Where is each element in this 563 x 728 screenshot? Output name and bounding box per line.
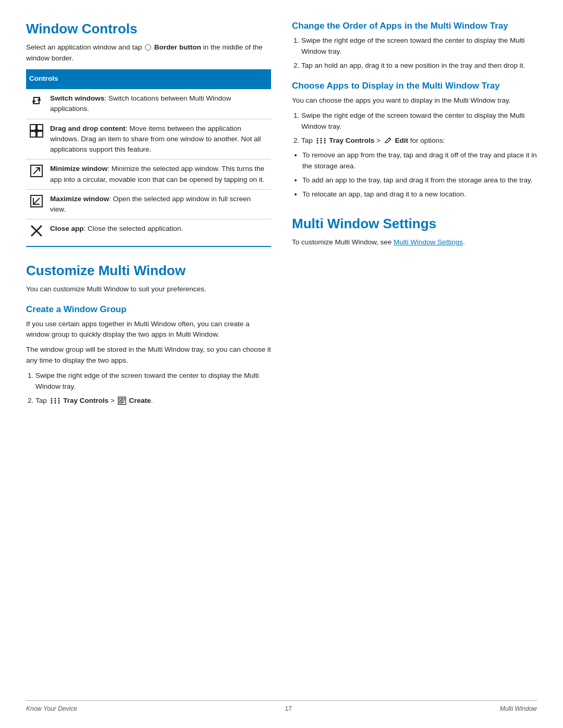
table-row: Minimize window: Minimize the selected a…: [26, 159, 271, 190]
svg-point-31: [324, 140, 325, 141]
svg-rect-22: [123, 399, 125, 401]
switch-icon-cell: [26, 89, 47, 119]
svg-point-14: [51, 400, 52, 402]
svg-point-17: [51, 402, 52, 404]
create-icon: [117, 397, 129, 404]
maximize-window-desc: Maximize window: Open the selected app w…: [47, 189, 271, 219]
table-row: Maximize window: Open the selected app w…: [26, 189, 271, 219]
minimize-icon-cell: [26, 159, 47, 190]
customize-intro: You can customize Multi Window to suit y…: [26, 284, 271, 295]
create-group-p1: If you use certain apps together in Mult…: [26, 319, 271, 341]
right-column: Change the Order of Apps in the Multi Wi…: [292, 21, 537, 690]
edit-icon: [383, 137, 395, 144]
close-icon: [29, 232, 44, 240]
page-footer: Know Your Device 17 Multi Window: [26, 700, 537, 712]
list-item: Tap: [35, 396, 271, 406]
change-order-steps: Swipe the right edge of the screen towar…: [301, 35, 537, 71]
choose-apps-steps: Swipe the right edge of the screen towar…: [301, 110, 537, 146]
multi-window-settings-p: To customize Multi Window, see Multi Win…: [292, 237, 537, 248]
svg-point-13: [58, 398, 59, 400]
drag-icon-cell: [26, 119, 47, 159]
svg-rect-21: [119, 399, 121, 401]
svg-line-6: [33, 168, 40, 174]
tray-controls-icon: [49, 397, 64, 404]
svg-rect-23: [119, 401, 121, 403]
left-column: Window Controls Select an application wi…: [26, 21, 271, 690]
tray-controls-icon2: [315, 137, 329, 144]
list-item: Swipe the right edge of the screen towar…: [301, 35, 537, 57]
drag-icon: [29, 132, 44, 140]
border-button-icon: [145, 44, 151, 51]
list-item: To relocate an app, tap and drag it to a…: [302, 189, 537, 200]
svg-point-4: [34, 129, 39, 133]
maximize-icon-cell: [26, 189, 47, 219]
create-window-group-title: Create a Window Group: [26, 304, 271, 315]
page: Window Controls Select an application wi…: [0, 0, 563, 728]
table-row: Switch windows: Switch locations between…: [26, 89, 271, 119]
customize-section: Customize Multi Window You can customize…: [26, 263, 271, 406]
svg-point-34: [324, 142, 325, 143]
close-app-desc: Close app: Close the selected applicatio…: [47, 219, 271, 246]
table-row: Close app: Close the selected applicatio…: [26, 219, 271, 246]
svg-point-32: [316, 142, 318, 143]
create-group-steps: Swipe the right edge of the screen towar…: [35, 371, 271, 406]
list-item: Swipe the right edge of the screen towar…: [35, 371, 271, 392]
change-order-title: Change the Order of Apps in the Multi Wi…: [292, 21, 537, 31]
table-row: Drag and drop content: Move items betwee…: [26, 119, 271, 159]
list-item: Tap an hold an app, drag it to a new pos…: [301, 60, 537, 71]
customize-title: Customize Multi Window: [26, 263, 271, 279]
svg-rect-20: [118, 397, 126, 404]
border-button-label: Border button: [154, 43, 201, 51]
list-item: Tap Tra: [301, 135, 537, 146]
footer-right: Multi Window: [500, 705, 537, 712]
svg-point-19: [58, 402, 59, 404]
svg-point-33: [320, 142, 322, 143]
svg-point-26: [316, 138, 318, 139]
minimize-window-desc: Minimize window: Minimize the selected a…: [47, 159, 271, 190]
switch-windows-desc: Switch windows: Switch locations between…: [47, 89, 271, 119]
controls-table: Controls: [26, 69, 271, 247]
maximize-icon: [29, 202, 44, 210]
svg-point-27: [320, 138, 322, 139]
controls-header: Controls: [26, 69, 271, 89]
svg-point-28: [324, 138, 325, 139]
svg-point-16: [58, 400, 59, 402]
svg-line-35: [389, 138, 390, 140]
choose-apps-bullets: To remove an app from the tray, tap and …: [302, 150, 537, 200]
window-controls-title: Window Controls: [26, 21, 271, 37]
switch-icon: [29, 102, 44, 109]
list-item: To remove an app from the tray, tap and …: [302, 150, 537, 172]
svg-line-8: [33, 198, 40, 204]
multi-window-settings-title: Multi Window Settings: [292, 216, 537, 232]
svg-point-11: [51, 398, 52, 400]
svg-point-12: [54, 398, 56, 400]
minimize-icon: [29, 172, 44, 180]
svg-point-18: [54, 402, 56, 404]
create-group-p2: The window group will be stored in the M…: [26, 344, 271, 366]
drag-drop-desc: Drag and drop content: Move items betwee…: [47, 119, 271, 159]
window-controls-intro: Select an application window and tap Bor…: [26, 42, 271, 64]
choose-apps-intro: You can choose the apps you want to disp…: [292, 95, 537, 106]
list-item: To add an app to the tray, tap and drag …: [302, 175, 537, 186]
close-icon-cell: [26, 219, 47, 246]
svg-point-30: [320, 140, 322, 141]
svg-point-15: [54, 400, 56, 402]
choose-apps-title: Choose Apps to Display in the Multi Wind…: [292, 81, 537, 91]
multi-window-settings-section: Multi Window Settings To customize Multi…: [292, 216, 537, 248]
footer-page-number: 17: [285, 705, 292, 712]
svg-point-29: [316, 140, 318, 141]
multi-window-settings-link[interactable]: Multi Window Settings: [394, 238, 463, 246]
list-item: Swipe the right edge of the screen towar…: [301, 110, 537, 132]
footer-left: Know Your Device: [26, 705, 77, 712]
